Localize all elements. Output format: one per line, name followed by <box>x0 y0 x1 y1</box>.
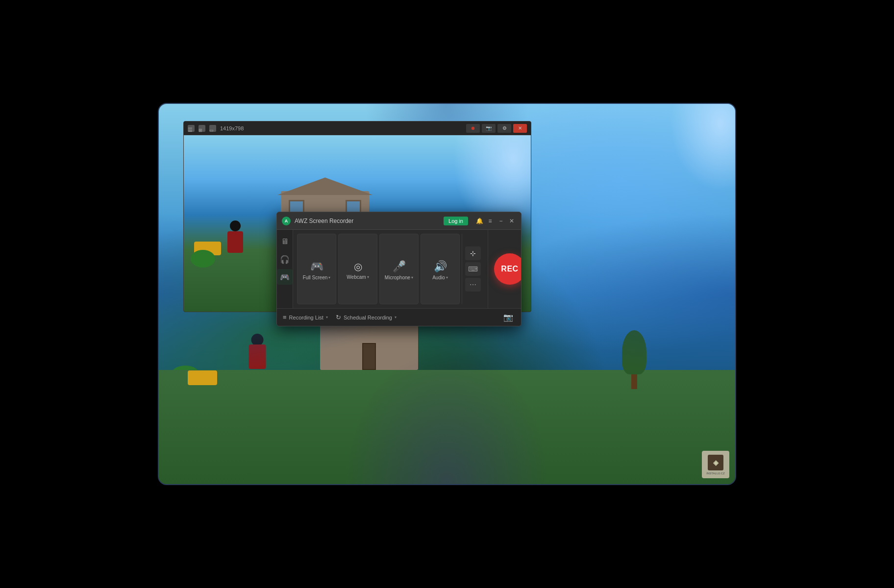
popup-sidebar: 🖥 🎧 🎮 <box>277 230 293 308</box>
settings-icon-btn[interactable]: ⚙ <box>497 124 511 133</box>
bottom-right-area: 📷 <box>501 311 515 324</box>
minimize-button[interactable]: − <box>497 217 505 225</box>
gamepad-icon: 🎮 <box>280 272 290 282</box>
fullscreen-control[interactable]: 🎮 Full Screen ▾ <box>297 234 336 304</box>
device-frame: ☰ ⊞ ▭ 1419x798 ⏺ 📷 ⚙ ✕ <box>158 103 736 485</box>
login-button[interactable]: Log in <box>444 217 468 225</box>
microphone-control[interactable]: 🎤 Microphone ▾ <box>379 234 419 304</box>
recorder-popup: A AWZ Screen Recorder Log in 🔔 ≡ − ✕ 🖥 🎧 <box>276 212 522 326</box>
app-logo: A <box>282 217 291 225</box>
audio-dropdown-arrow: ▾ <box>446 275 448 280</box>
main-titlebar: ☰ ⊞ ▭ 1419x798 ⏺ 📷 ⚙ ✕ <box>184 122 531 135</box>
microphone-label: Microphone ▾ <box>385 275 413 280</box>
menu-icon[interactable]: ≡ <box>486 217 495 225</box>
recording-list-icon: ≡ <box>283 314 287 321</box>
headphone-icon: 🎧 <box>280 255 290 264</box>
screen-icon[interactable]: ⊞ <box>199 125 205 132</box>
watermark-logo: ◈ <box>708 455 723 470</box>
monitor-sidebar-btn[interactable]: 🖥 <box>277 234 293 249</box>
screenshot-btn[interactable]: 📷 <box>501 311 515 324</box>
camera-icon: 📷 <box>503 313 513 322</box>
popup-bottom-bar: ≡ Recording List ▾ ↻ Schedual Recording … <box>277 308 521 326</box>
fullscreen-dropdown-arrow: ▾ <box>328 275 330 280</box>
controls-top: 🎮 Full Screen ▾ ◎ Webcam ▾ <box>293 230 488 308</box>
record-icon-btn[interactable]: ⏺ <box>466 124 480 133</box>
watermark-text: INSTALUJ.CZ <box>706 472 725 475</box>
webcam-label: Webcam ▾ <box>347 274 369 280</box>
close-button[interactable]: ✕ <box>513 124 527 133</box>
recording-list-label: Recording List <box>289 315 323 320</box>
monitor-icon: 🖥 <box>281 237 289 246</box>
camera-icon-btn[interactable]: 📷 <box>482 124 496 133</box>
popup-body: 🖥 🎧 🎮 🎮 Full Screen <box>277 230 521 308</box>
audio-icon: 🔊 <box>434 260 447 273</box>
tree <box>620 330 649 389</box>
resolution-text: 1419x798 <box>220 125 244 131</box>
rec-button-container: REC <box>488 230 522 308</box>
gamepad-sidebar-btn[interactable]: 🎮 <box>277 269 293 285</box>
popup-controls: 🎮 Full Screen ▾ ◎ Webcam ▾ <box>293 230 488 308</box>
keyboard-btn[interactable]: ⌨ <box>465 262 481 276</box>
preview-char <box>225 220 245 259</box>
webcam-dropdown-arrow: ▾ <box>367 275 369 279</box>
cursor-icon: ⊹ <box>470 249 476 257</box>
popup-titlebar: A AWZ Screen Recorder Log in 🔔 ≡ − ✕ <box>277 212 521 230</box>
house-door <box>362 343 376 370</box>
microphone-dropdown-arrow: ▾ <box>411 275 413 280</box>
hamburger-icon[interactable]: ☰ <box>188 125 195 132</box>
audio-control[interactable]: 🔊 Audio ▾ <box>421 234 460 304</box>
webcam-control[interactable]: ◎ Webcam ▾ <box>338 234 377 304</box>
preview-bush <box>191 250 215 268</box>
car <box>188 370 217 385</box>
sky-glow <box>662 104 735 202</box>
schedule-arrow: ▾ <box>395 315 397 319</box>
extra-controls: ⊹ ⌨ ⋯ <box>462 234 484 304</box>
microphone-icon: 🎤 <box>393 260 406 273</box>
fullscreen-label: Full Screen ▾ <box>303 275 331 280</box>
rec-button[interactable]: REC <box>494 253 522 285</box>
keyboard-icon: ⌨ <box>468 265 478 273</box>
more-icon: ⋯ <box>470 281 476 289</box>
notification-icon[interactable]: 🔔 <box>475 217 484 225</box>
titlebar-controls: ⏺ 📷 ⚙ ✕ <box>466 124 527 133</box>
popup-title: AWZ Screen Recorder <box>295 218 440 224</box>
popup-titlebar-icons: 🔔 ≡ − ✕ <box>475 217 516 225</box>
webcam-icon: ◎ <box>354 261 362 272</box>
audio-label: Audio ▾ <box>432 275 448 280</box>
schedule-label: Schedual Recording <box>344 315 392 320</box>
cursor-btn[interactable]: ⊹ <box>465 246 481 260</box>
window-icon[interactable]: ▭ <box>209 125 216 132</box>
popup-close-button[interactable]: ✕ <box>507 217 516 225</box>
watermark: ◈ INSTALUJ.CZ <box>702 451 729 478</box>
recording-list-item[interactable]: ≡ Recording List ▾ <box>283 314 328 321</box>
recording-list-arrow: ▾ <box>326 315 328 319</box>
schedule-recording-item[interactable]: ↻ Schedual Recording ▾ <box>336 314 397 321</box>
character <box>245 334 270 378</box>
schedule-icon: ↻ <box>336 314 341 321</box>
headphone-sidebar-btn[interactable]: 🎧 <box>277 251 293 267</box>
more-options-btn[interactable]: ⋯ <box>465 278 481 292</box>
fullscreen-icon: 🎮 <box>310 260 323 273</box>
